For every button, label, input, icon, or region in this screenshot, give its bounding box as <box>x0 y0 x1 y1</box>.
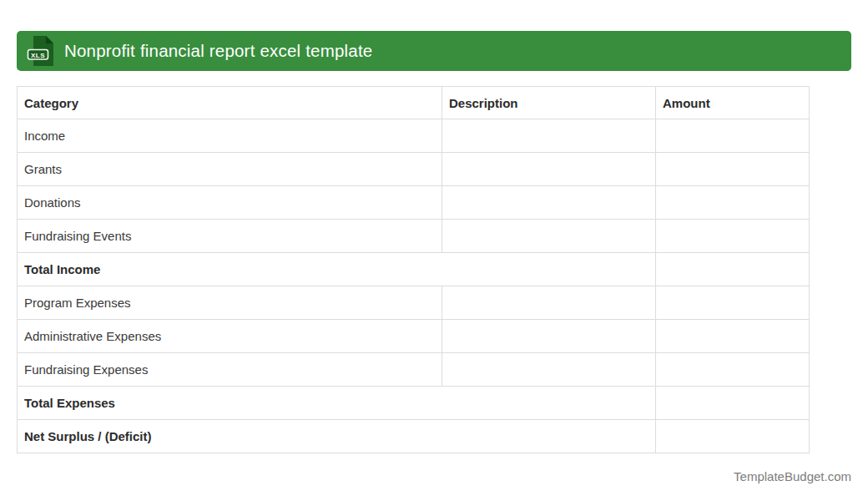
category-cell: Income <box>18 119 442 153</box>
table-header-row: Category Description Amount <box>18 87 810 119</box>
description-cell <box>442 320 656 353</box>
description-cell <box>442 186 656 220</box>
table-row: Fundraising Expenses <box>18 353 810 387</box>
category-cell: Total Income <box>18 253 656 286</box>
amount-cell <box>656 286 810 320</box>
category-cell: Fundraising Events <box>18 220 442 253</box>
category-cell: Administrative Expenses <box>18 320 442 353</box>
column-header-category: Category <box>18 87 442 119</box>
table-body: IncomeGrantsDonationsFundraising EventsT… <box>18 119 810 453</box>
table-row: Grants <box>18 153 810 186</box>
column-header-amount: Amount <box>656 87 810 119</box>
table-row: Total Income <box>18 253 810 286</box>
page-title: Nonprofit financial report excel templat… <box>64 43 372 60</box>
page: XLS Nonprofit financial report excel tem… <box>0 0 868 501</box>
table-row: Fundraising Events <box>18 220 810 253</box>
amount-cell <box>656 220 810 253</box>
amount-cell <box>656 353 810 387</box>
category-cell: Fundraising Expenses <box>18 353 442 387</box>
amount-cell <box>656 253 810 286</box>
description-cell <box>442 153 656 186</box>
site-credit: TemplateBudget.com <box>734 469 851 484</box>
category-cell: Program Expenses <box>18 286 442 320</box>
table-row: Administrative Expenses <box>18 320 810 353</box>
column-header-description: Description <box>442 87 656 119</box>
amount-cell <box>656 320 810 353</box>
description-cell <box>442 286 656 320</box>
description-cell <box>442 353 656 387</box>
amount-cell <box>656 387 810 420</box>
table-row: Donations <box>18 186 810 220</box>
xls-file-icon: XLS <box>27 35 55 67</box>
amount-cell <box>656 119 810 153</box>
category-cell: Grants <box>18 153 442 186</box>
category-cell: Total Expenses <box>18 387 656 420</box>
category-cell: Donations <box>18 186 442 220</box>
table-row: Net Surplus / (Deficit) <box>18 420 810 453</box>
financial-report-table: Category Description Amount IncomeGrants… <box>17 86 810 453</box>
table-row: Income <box>18 119 810 153</box>
amount-cell <box>656 186 810 220</box>
table-row: Program Expenses <box>18 286 810 320</box>
xls-icon-label: XLS <box>31 52 45 59</box>
title-bar: XLS Nonprofit financial report excel tem… <box>17 31 851 71</box>
table-row: Total Expenses <box>18 387 810 420</box>
description-cell <box>442 220 656 253</box>
amount-cell <box>656 420 810 453</box>
amount-cell <box>656 153 810 186</box>
description-cell <box>442 119 656 153</box>
category-cell: Net Surplus / (Deficit) <box>18 420 656 453</box>
